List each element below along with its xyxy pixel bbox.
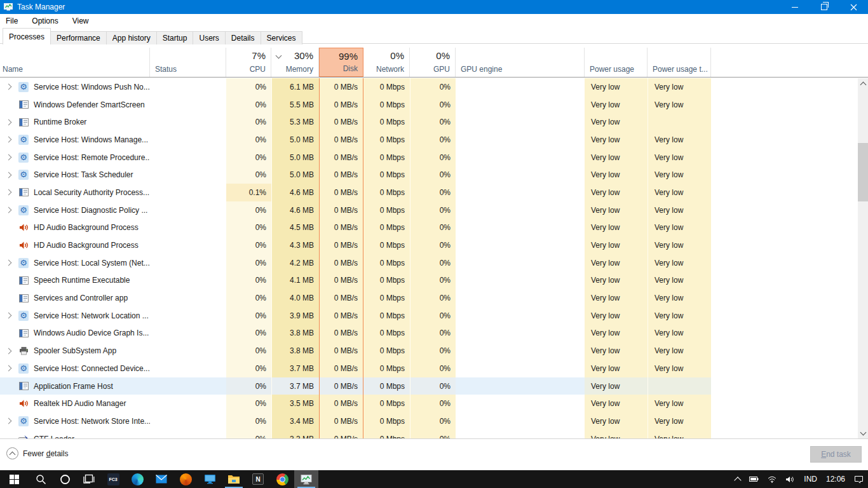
process-row[interactable]: ⚙ Service Host: Windows Manage... 0% 5.0… bbox=[0, 131, 858, 149]
column-header-disk[interactable]: 99%Disk bbox=[319, 48, 363, 77]
taskbar-button-file-explorer[interactable] bbox=[222, 470, 246, 488]
gpu-cell: 0% bbox=[410, 184, 456, 201]
process-name-cell: ⚙ Service Host: Network Location ... bbox=[0, 307, 150, 325]
clock[interactable]: 12:06 bbox=[822, 470, 850, 488]
process-row[interactable]: Local Security Authority Process... 0.1%… bbox=[0, 184, 858, 201]
column-header-memory[interactable]: 30%Memory bbox=[271, 48, 319, 77]
menu-file[interactable]: File bbox=[0, 14, 25, 28]
column-header-power_trend[interactable]: Power usage t... bbox=[648, 48, 711, 77]
status-cell bbox=[150, 430, 226, 438]
process-row[interactable]: ⚙ Service Host: Diagnostic Policy ... 0%… bbox=[0, 201, 858, 219]
process-row[interactable]: HD Audio Background Process 0% 4.3 MB 0 … bbox=[0, 236, 858, 254]
expand-chevron-icon[interactable] bbox=[6, 365, 12, 372]
language-indicator[interactable]: IND bbox=[799, 470, 822, 488]
process-row[interactable]: Windows Defender SmartScreen 0% 5.5 MB 0… bbox=[0, 96, 858, 114]
taskbar-button-edge[interactable] bbox=[125, 470, 149, 488]
process-row[interactable]: Realtek HD Audio Manager 0% 3.5 MB 0 MB/… bbox=[0, 395, 858, 412]
network-cell: 0 Mbps bbox=[363, 78, 410, 96]
process-row[interactable]: ⚙ Service Host: Connected Device... 0% 3… bbox=[0, 360, 858, 377]
expand-chevron-icon[interactable] bbox=[6, 154, 12, 161]
restore-icon bbox=[821, 4, 827, 10]
column-usage-value: 99% bbox=[339, 51, 358, 62]
tab-startup[interactable]: Startup bbox=[156, 31, 194, 44]
gpu-cell: 0% bbox=[410, 96, 456, 114]
tab-users[interactable]: Users bbox=[193, 31, 225, 44]
taskbar-button-start[interactable] bbox=[0, 470, 29, 488]
process-row[interactable]: Application Frame Host 0% 3.7 MB 0 MB/s … bbox=[0, 377, 858, 395]
column-header-status[interactable]: Status bbox=[150, 48, 226, 77]
taskbar-button-n-app[interactable]: N bbox=[246, 470, 270, 488]
column-header-cpu[interactable]: 7%CPU bbox=[226, 48, 271, 77]
gpu-engine-cell bbox=[456, 96, 585, 114]
taskbar-button-task-manager[interactable] bbox=[294, 470, 318, 488]
expand-chevron-icon[interactable] bbox=[6, 119, 12, 125]
process-row[interactable]: Speech Runtime Executable 0% 4.1 MB 0 MB… bbox=[0, 272, 858, 290]
power-usage-trend-cell: Very low bbox=[648, 201, 711, 219]
minimize-button[interactable] bbox=[780, 0, 810, 14]
expand-chevron-icon[interactable] bbox=[6, 260, 12, 266]
action-center-button[interactable] bbox=[850, 470, 868, 488]
column-label: Disk bbox=[343, 64, 358, 73]
volume-icon[interactable] bbox=[781, 470, 799, 488]
taskbar-button-chrome[interactable] bbox=[270, 470, 294, 488]
expand-chevron-icon[interactable] bbox=[6, 207, 12, 214]
process-row[interactable]: ⚙ Service Host: Remote Procedure... 0% 5… bbox=[0, 149, 858, 166]
taskbar-button-search[interactable] bbox=[29, 470, 53, 488]
process-row[interactable]: Services and Controller app 0% 4.0 MB 0 … bbox=[0, 289, 858, 307]
expand-chevron-icon[interactable] bbox=[6, 189, 12, 196]
column-header-name[interactable]: Name bbox=[0, 48, 150, 77]
menu-options[interactable]: Options bbox=[25, 14, 65, 28]
taskbar-button-fc3[interactable]: FC3 bbox=[101, 470, 125, 488]
taskbar-button-task-view[interactable] bbox=[77, 470, 101, 488]
scrollbar-down-arrow[interactable] bbox=[858, 428, 868, 438]
process-name-cell: HD Audio Background Process bbox=[0, 219, 150, 237]
gpu-engine-cell bbox=[456, 325, 585, 342]
tab-details[interactable]: Details bbox=[225, 31, 261, 44]
firefox-icon bbox=[180, 473, 192, 485]
process-row[interactable]: ⚙ Service Host: Local System (Net... 0% … bbox=[0, 254, 858, 272]
process-row[interactable]: ⚙ Service Host: Network Location ... 0% … bbox=[0, 307, 858, 325]
expand-chevron-icon[interactable] bbox=[6, 172, 12, 178]
battery-icon[interactable] bbox=[745, 470, 763, 488]
column-header-power[interactable]: Power usage bbox=[585, 48, 648, 77]
expand-chevron-icon[interactable] bbox=[6, 418, 12, 424]
process-row[interactable]: ⚙ Service Host: Network Store Inte... 0%… bbox=[0, 412, 858, 430]
expand-chevron-icon[interactable] bbox=[6, 313, 12, 319]
tab-processes[interactable]: Processes bbox=[3, 28, 51, 44]
end-task-button[interactable]: End task bbox=[810, 446, 862, 463]
column-header-gpu[interactable]: 0%GPU bbox=[410, 48, 456, 77]
taskbar-button-cortana[interactable] bbox=[53, 470, 77, 488]
process-row[interactable]: ⚙ Service Host: Windows Push No... 0% 6.… bbox=[0, 78, 858, 96]
expand-chevron-icon[interactable] bbox=[6, 348, 12, 354]
process-row[interactable]: CTF Loader 0% 3.3 MB 0 MB/s 0 Mbps 0% Ve… bbox=[0, 430, 858, 438]
network-cell: 0 Mbps bbox=[363, 149, 410, 166]
close-button[interactable] bbox=[839, 0, 868, 14]
tab-services[interactable]: Services bbox=[261, 31, 302, 44]
fewer-details-button[interactable]: Fewer details bbox=[6, 447, 68, 459]
vertical-scrollbar[interactable] bbox=[858, 78, 868, 438]
scrollbar-up-arrow[interactable] bbox=[858, 78, 868, 89]
menu-view[interactable]: View bbox=[65, 14, 96, 28]
tab-performance[interactable]: Performance bbox=[50, 31, 107, 44]
gpu-cell: 0% bbox=[410, 307, 456, 325]
tab-app-history[interactable]: App history bbox=[106, 31, 157, 44]
restore-button[interactable] bbox=[810, 0, 839, 14]
taskbar-button-mail[interactable] bbox=[149, 470, 173, 488]
column-header-network[interactable]: 0%Network bbox=[363, 48, 410, 77]
column-header-filler bbox=[711, 48, 868, 77]
expand-chevron-icon[interactable] bbox=[6, 137, 12, 143]
process-row[interactable]: Spooler SubSystem App 0% 3.8 MB 0 MB/s 0… bbox=[0, 342, 858, 360]
process-row[interactable]: Runtime Broker 0% 5.3 MB 0 MB/s 0 Mbps 0… bbox=[0, 113, 858, 131]
process-row[interactable]: ⚙ Service Host: Task Scheduler 0% 5.0 MB… bbox=[0, 166, 858, 184]
process-row[interactable]: HD Audio Background Process 0% 4.5 MB 0 … bbox=[0, 219, 858, 237]
power-usage-cell: Very low bbox=[585, 96, 648, 114]
expand-chevron-icon[interactable] bbox=[6, 84, 12, 90]
show-hidden-icons-button[interactable] bbox=[731, 470, 745, 488]
network-cell: 0 Mbps bbox=[363, 236, 410, 254]
wifi-icon[interactable] bbox=[763, 470, 781, 488]
scrollbar-thumb[interactable] bbox=[858, 143, 868, 201]
process-row[interactable]: Windows Audio Device Graph Is... 0% 3.8 … bbox=[0, 325, 858, 342]
taskbar-button-firefox[interactable] bbox=[173, 470, 198, 488]
column-header-gpu_engine[interactable]: GPU engine bbox=[456, 48, 585, 77]
taskbar-button-monitor[interactable] bbox=[198, 470, 222, 488]
